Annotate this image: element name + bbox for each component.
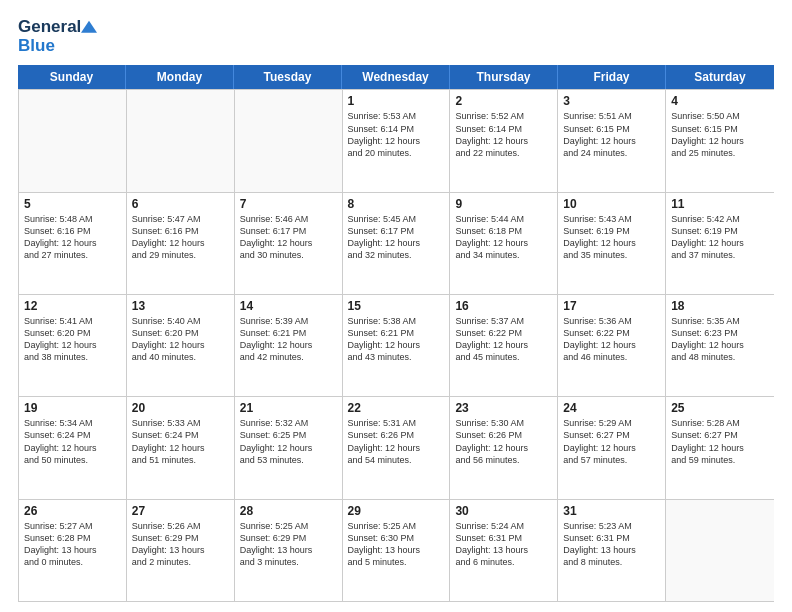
- day-info: Sunrise: 5:25 AM Sunset: 6:29 PM Dayligh…: [240, 520, 337, 569]
- calendar-cell-23: 23Sunrise: 5:30 AM Sunset: 6:26 PM Dayli…: [450, 397, 558, 498]
- day-number: 10: [563, 197, 660, 211]
- day-number: 25: [671, 401, 769, 415]
- header-day-friday: Friday: [558, 65, 666, 89]
- calendar-header: SundayMondayTuesdayWednesdayThursdayFrid…: [18, 65, 774, 89]
- calendar-cell-25: 25Sunrise: 5:28 AM Sunset: 6:27 PM Dayli…: [666, 397, 774, 498]
- calendar-cell-11: 11Sunrise: 5:42 AM Sunset: 6:19 PM Dayli…: [666, 193, 774, 294]
- day-number: 2: [455, 94, 552, 108]
- calendar-cell-empty-0-1: [127, 90, 235, 191]
- day-info: Sunrise: 5:52 AM Sunset: 6:14 PM Dayligh…: [455, 110, 552, 159]
- logo-icon: [81, 20, 97, 36]
- header-day-sunday: Sunday: [18, 65, 126, 89]
- day-number: 27: [132, 504, 229, 518]
- day-number: 9: [455, 197, 552, 211]
- day-number: 1: [348, 94, 445, 108]
- calendar-cell-3: 3Sunrise: 5:51 AM Sunset: 6:15 PM Daylig…: [558, 90, 666, 191]
- calendar-cell-22: 22Sunrise: 5:31 AM Sunset: 6:26 PM Dayli…: [343, 397, 451, 498]
- day-number: 6: [132, 197, 229, 211]
- calendar-cell-17: 17Sunrise: 5:36 AM Sunset: 6:22 PM Dayli…: [558, 295, 666, 396]
- calendar-cell-8: 8Sunrise: 5:45 AM Sunset: 6:17 PM Daylig…: [343, 193, 451, 294]
- calendar-cell-4: 4Sunrise: 5:50 AM Sunset: 6:15 PM Daylig…: [666, 90, 774, 191]
- logo: General Blue: [18, 18, 97, 55]
- calendar-cell-10: 10Sunrise: 5:43 AM Sunset: 6:19 PM Dayli…: [558, 193, 666, 294]
- day-info: Sunrise: 5:37 AM Sunset: 6:22 PM Dayligh…: [455, 315, 552, 364]
- day-info: Sunrise: 5:53 AM Sunset: 6:14 PM Dayligh…: [348, 110, 445, 159]
- day-number: 4: [671, 94, 769, 108]
- day-info: Sunrise: 5:46 AM Sunset: 6:17 PM Dayligh…: [240, 213, 337, 262]
- day-number: 24: [563, 401, 660, 415]
- calendar-cell-28: 28Sunrise: 5:25 AM Sunset: 6:29 PM Dayli…: [235, 500, 343, 601]
- day-info: Sunrise: 5:32 AM Sunset: 6:25 PM Dayligh…: [240, 417, 337, 466]
- calendar-cell-31: 31Sunrise: 5:23 AM Sunset: 6:31 PM Dayli…: [558, 500, 666, 601]
- calendar-cell-15: 15Sunrise: 5:38 AM Sunset: 6:21 PM Dayli…: [343, 295, 451, 396]
- day-info: Sunrise: 5:24 AM Sunset: 6:31 PM Dayligh…: [455, 520, 552, 569]
- day-info: Sunrise: 5:42 AM Sunset: 6:19 PM Dayligh…: [671, 213, 769, 262]
- calendar-cell-empty-4-6: [666, 500, 774, 601]
- day-number: 20: [132, 401, 229, 415]
- calendar-cell-19: 19Sunrise: 5:34 AM Sunset: 6:24 PM Dayli…: [19, 397, 127, 498]
- day-number: 14: [240, 299, 337, 313]
- calendar-cell-12: 12Sunrise: 5:41 AM Sunset: 6:20 PM Dayli…: [19, 295, 127, 396]
- day-number: 13: [132, 299, 229, 313]
- calendar: SundayMondayTuesdayWednesdayThursdayFrid…: [18, 65, 774, 602]
- header-day-saturday: Saturday: [666, 65, 774, 89]
- day-info: Sunrise: 5:26 AM Sunset: 6:29 PM Dayligh…: [132, 520, 229, 569]
- day-number: 31: [563, 504, 660, 518]
- day-info: Sunrise: 5:50 AM Sunset: 6:15 PM Dayligh…: [671, 110, 769, 159]
- day-info: Sunrise: 5:51 AM Sunset: 6:15 PM Dayligh…: [563, 110, 660, 159]
- calendar-row-2: 5Sunrise: 5:48 AM Sunset: 6:16 PM Daylig…: [19, 192, 774, 294]
- day-number: 16: [455, 299, 552, 313]
- calendar-cell-empty-0-0: [19, 90, 127, 191]
- calendar-cell-1: 1Sunrise: 5:53 AM Sunset: 6:14 PM Daylig…: [343, 90, 451, 191]
- calendar-row-3: 12Sunrise: 5:41 AM Sunset: 6:20 PM Dayli…: [19, 294, 774, 396]
- day-info: Sunrise: 5:40 AM Sunset: 6:20 PM Dayligh…: [132, 315, 229, 364]
- header-day-wednesday: Wednesday: [342, 65, 450, 89]
- day-info: Sunrise: 5:36 AM Sunset: 6:22 PM Dayligh…: [563, 315, 660, 364]
- calendar-row-5: 26Sunrise: 5:27 AM Sunset: 6:28 PM Dayli…: [19, 499, 774, 601]
- header-day-tuesday: Tuesday: [234, 65, 342, 89]
- calendar-body: 1Sunrise: 5:53 AM Sunset: 6:14 PM Daylig…: [18, 89, 774, 602]
- page: General Blue SundayMondayTuesdayWednesda…: [0, 0, 792, 612]
- calendar-cell-21: 21Sunrise: 5:32 AM Sunset: 6:25 PM Dayli…: [235, 397, 343, 498]
- day-number: 5: [24, 197, 121, 211]
- day-info: Sunrise: 5:30 AM Sunset: 6:26 PM Dayligh…: [455, 417, 552, 466]
- calendar-cell-30: 30Sunrise: 5:24 AM Sunset: 6:31 PM Dayli…: [450, 500, 558, 601]
- calendar-cell-6: 6Sunrise: 5:47 AM Sunset: 6:16 PM Daylig…: [127, 193, 235, 294]
- day-info: Sunrise: 5:31 AM Sunset: 6:26 PM Dayligh…: [348, 417, 445, 466]
- calendar-cell-16: 16Sunrise: 5:37 AM Sunset: 6:22 PM Dayli…: [450, 295, 558, 396]
- calendar-cell-29: 29Sunrise: 5:25 AM Sunset: 6:30 PM Dayli…: [343, 500, 451, 601]
- day-info: Sunrise: 5:48 AM Sunset: 6:16 PM Dayligh…: [24, 213, 121, 262]
- day-number: 23: [455, 401, 552, 415]
- day-info: Sunrise: 5:23 AM Sunset: 6:31 PM Dayligh…: [563, 520, 660, 569]
- day-info: Sunrise: 5:44 AM Sunset: 6:18 PM Dayligh…: [455, 213, 552, 262]
- day-info: Sunrise: 5:28 AM Sunset: 6:27 PM Dayligh…: [671, 417, 769, 466]
- calendar-row-1: 1Sunrise: 5:53 AM Sunset: 6:14 PM Daylig…: [19, 89, 774, 191]
- day-info: Sunrise: 5:33 AM Sunset: 6:24 PM Dayligh…: [132, 417, 229, 466]
- calendar-cell-7: 7Sunrise: 5:46 AM Sunset: 6:17 PM Daylig…: [235, 193, 343, 294]
- day-info: Sunrise: 5:29 AM Sunset: 6:27 PM Dayligh…: [563, 417, 660, 466]
- day-number: 3: [563, 94, 660, 108]
- day-info: Sunrise: 5:34 AM Sunset: 6:24 PM Dayligh…: [24, 417, 121, 466]
- calendar-cell-5: 5Sunrise: 5:48 AM Sunset: 6:16 PM Daylig…: [19, 193, 127, 294]
- day-number: 12: [24, 299, 121, 313]
- day-info: Sunrise: 5:45 AM Sunset: 6:17 PM Dayligh…: [348, 213, 445, 262]
- calendar-cell-2: 2Sunrise: 5:52 AM Sunset: 6:14 PM Daylig…: [450, 90, 558, 191]
- day-number: 22: [348, 401, 445, 415]
- day-info: Sunrise: 5:43 AM Sunset: 6:19 PM Dayligh…: [563, 213, 660, 262]
- day-info: Sunrise: 5:41 AM Sunset: 6:20 PM Dayligh…: [24, 315, 121, 364]
- header: General Blue: [18, 18, 774, 55]
- day-number: 11: [671, 197, 769, 211]
- calendar-cell-9: 9Sunrise: 5:44 AM Sunset: 6:18 PM Daylig…: [450, 193, 558, 294]
- calendar-cell-26: 26Sunrise: 5:27 AM Sunset: 6:28 PM Dayli…: [19, 500, 127, 601]
- header-day-thursday: Thursday: [450, 65, 558, 89]
- day-number: 7: [240, 197, 337, 211]
- logo-container: General Blue: [18, 18, 97, 55]
- day-number: 15: [348, 299, 445, 313]
- day-number: 30: [455, 504, 552, 518]
- day-info: Sunrise: 5:39 AM Sunset: 6:21 PM Dayligh…: [240, 315, 337, 364]
- calendar-cell-empty-0-2: [235, 90, 343, 191]
- calendar-cell-20: 20Sunrise: 5:33 AM Sunset: 6:24 PM Dayli…: [127, 397, 235, 498]
- day-number: 17: [563, 299, 660, 313]
- day-number: 29: [348, 504, 445, 518]
- calendar-cell-14: 14Sunrise: 5:39 AM Sunset: 6:21 PM Dayli…: [235, 295, 343, 396]
